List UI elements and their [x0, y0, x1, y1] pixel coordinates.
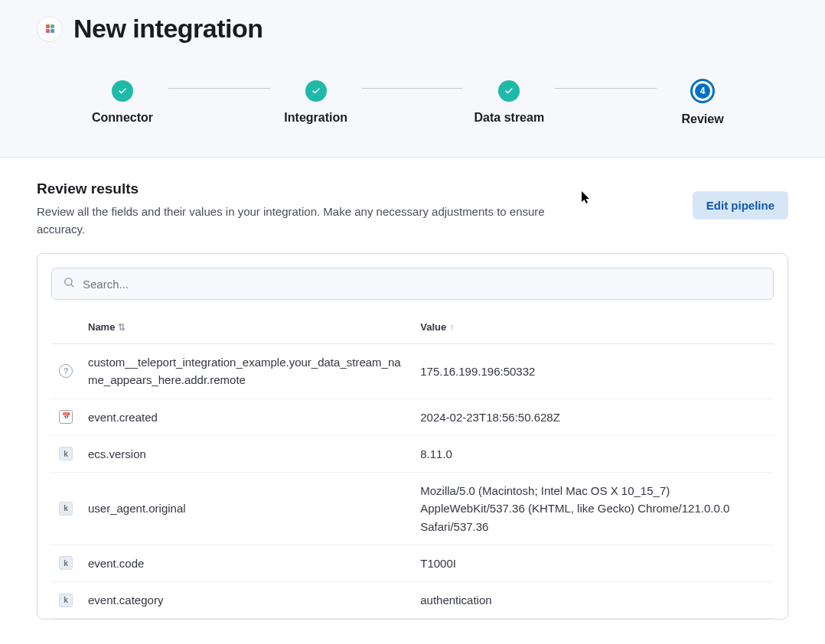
wizard-steps: Connector Integration Data stream 4: [77, 79, 748, 126]
column-header-name[interactable]: Name⇅: [80, 314, 412, 344]
results-panel: Name⇅ Value↑ ?custom__teleport_integrati…: [37, 253, 788, 620]
page-title: New integration: [73, 14, 263, 44]
keyword-type-icon: k: [59, 594, 73, 607]
field-value: Mozilla/5.0 (Macintosh; Intel Mac OS X 1…: [412, 473, 774, 545]
unknown-type-icon: ?: [59, 364, 73, 378]
field-name: event.category: [80, 582, 412, 619]
svg-point-0: [65, 278, 72, 285]
field-value: 175.16.199.196:50332: [412, 344, 774, 399]
table-row[interactable]: ?custom__teleport_integration_example.yo…: [51, 344, 774, 399]
step-connector[interactable]: Connector: [77, 80, 168, 125]
check-icon: [112, 80, 133, 102]
field-value: T1000I: [412, 545, 774, 581]
keyword-type-icon: k: [59, 447, 73, 460]
step-label: Integration: [284, 111, 347, 125]
svg-line-1: [71, 285, 73, 287]
field-name: ecs.version: [80, 435, 412, 472]
search-input[interactable]: [83, 278, 762, 291]
table-row[interactable]: kuser_agent.originalMozilla/5.0 (Macinto…: [51, 473, 774, 545]
main-content: Review results Review all the fields and…: [0, 158, 825, 620]
field-name: event.code: [80, 545, 412, 581]
table-row[interactable]: kevent.categoryauthentication: [51, 582, 774, 619]
review-title: Review results: [37, 181, 549, 197]
table-row[interactable]: kecs.version8.11.0: [51, 435, 774, 472]
field-name: custom__teleport_integration_example.you…: [80, 344, 412, 399]
field-name: event.created: [80, 398, 412, 435]
step-label: Connector: [92, 111, 153, 125]
column-header-value[interactable]: Value↑: [412, 314, 774, 344]
review-description: Review all the fields and their values i…: [37, 203, 549, 238]
field-value: 8.11.0: [412, 435, 774, 472]
search-icon: [63, 276, 75, 291]
title-row: New integration: [37, 14, 788, 44]
step-line: [362, 88, 464, 89]
keyword-type-icon: k: [59, 502, 73, 516]
sort-asc-icon: ↑: [449, 322, 454, 333]
step-integration[interactable]: Integration: [270, 80, 362, 125]
field-name: user_agent.original: [80, 473, 412, 545]
step-label: Data stream: [474, 111, 545, 125]
review-header: Review results Review all the fields and…: [37, 181, 788, 238]
edit-pipeline-button[interactable]: Edit pipeline: [693, 191, 788, 220]
results-table: Name⇅ Value↑ ?custom__teleport_integrati…: [51, 314, 774, 619]
sort-both-icon: ⇅: [118, 322, 126, 333]
field-value: authentication: [412, 582, 774, 619]
table-row[interactable]: 📅event.created2024-02-23T18:56:50.628Z: [51, 398, 774, 435]
header-region: New integration Connector Integration: [0, 0, 825, 158]
date-type-icon: 📅: [59, 410, 73, 424]
check-icon: [305, 80, 327, 102]
search-field[interactable]: [51, 268, 774, 300]
keyword-type-icon: k: [59, 556, 73, 570]
integration-logo-icon: [37, 16, 63, 42]
step-line: [168, 88, 270, 89]
step-data-stream[interactable]: Data stream: [463, 80, 555, 125]
step-label: Review: [681, 112, 723, 126]
check-icon: [498, 80, 520, 102]
step-line: [555, 88, 657, 89]
current-step-icon: 4: [690, 79, 715, 103]
table-row[interactable]: kevent.codeT1000I: [51, 545, 774, 581]
step-review[interactable]: 4 Review: [657, 79, 748, 126]
field-value: 2024-02-23T18:56:50.628Z: [412, 398, 774, 435]
